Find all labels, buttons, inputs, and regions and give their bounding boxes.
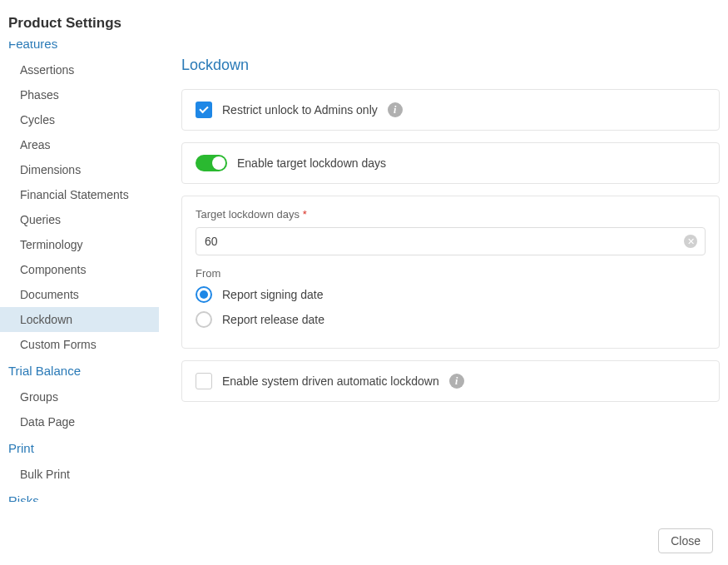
radio-report-release[interactable] — [196, 311, 212, 328]
sidebar-item[interactable]: Queries — [0, 207, 159, 232]
required-indicator: * — [303, 208, 307, 221]
enable-target-card: Enable target lockdown days — [181, 142, 720, 184]
auto-lockdown-card: Enable system driven automatic lockdown … — [181, 360, 720, 402]
sidebar-item[interactable]: Terminology — [0, 232, 159, 257]
main-title: Lockdown — [181, 57, 720, 74]
sidebar-item[interactable]: Cycles — [0, 107, 159, 132]
info-icon[interactable]: i — [388, 102, 403, 117]
from-label: From — [196, 267, 706, 280]
sidebar-item[interactable]: Phases — [0, 82, 159, 107]
radio-row-release: Report release date — [196, 311, 706, 328]
radio-report-signing[interactable] — [196, 286, 212, 303]
target-days-input[interactable] — [196, 227, 706, 255]
restrict-admins-checkbox[interactable] — [196, 102, 212, 118]
page-header: Product Settings — [0, 0, 728, 42]
sidebar-item[interactable]: Financial Statements — [0, 182, 159, 207]
sidebar-item[interactable]: Bulk Print — [0, 462, 159, 487]
sidebar-item[interactable]: Data Page — [0, 409, 159, 434]
target-days-input-wrap: ✕ — [196, 227, 706, 255]
sidebar[interactable]: FeaturesAssertionsPhasesCyclesAreasDimen… — [0, 42, 160, 517]
sidebar-item[interactable]: Lockdown — [0, 307, 159, 332]
auto-lockdown-label: Enable system driven automatic lockdown — [222, 374, 439, 388]
sidebar-item[interactable]: Components — [0, 257, 159, 282]
footer: Close — [0, 517, 728, 565]
content-area: FeaturesAssertionsPhasesCyclesAreasDimen… — [0, 42, 728, 517]
section-header[interactable]: Print — [0, 434, 159, 462]
radio-row-signing: Report signing date — [196, 286, 706, 303]
sidebar-item[interactable]: Documents — [0, 282, 159, 307]
section-header[interactable]: Risks — [0, 487, 159, 502]
main-panel: Lockdown Restrict unlock to Admins only … — [160, 42, 728, 517]
section-header[interactable]: Features — [0, 42, 159, 57]
sidebar-item[interactable]: Groups — [0, 384, 159, 409]
radio-release-label: Report release date — [222, 313, 324, 326]
page-header-title: Product Settings — [8, 15, 121, 31]
section-header[interactable]: Trial Balance — [0, 357, 159, 384]
auto-lockdown-checkbox[interactable] — [196, 373, 212, 389]
sidebar-item[interactable]: Dimensions — [0, 157, 159, 182]
enable-target-label: Enable target lockdown days — [237, 156, 386, 170]
sidebar-item[interactable]: Areas — [0, 132, 159, 157]
target-days-label: Target lockdown days * — [196, 208, 706, 221]
toggle-knob — [212, 156, 225, 170]
target-days-card: Target lockdown days * ✕ From Report sig… — [181, 196, 720, 349]
restrict-card: Restrict unlock to Admins only i — [181, 89, 720, 131]
clear-icon[interactable]: ✕ — [684, 235, 697, 248]
radio-dot — [200, 290, 208, 299]
check-icon — [199, 104, 208, 113]
radio-signing-label: Report signing date — [222, 288, 323, 301]
info-icon[interactable]: i — [449, 374, 464, 389]
restrict-admins-label: Restrict unlock to Admins only — [222, 103, 378, 116]
sidebar-item[interactable]: Custom Forms — [0, 332, 159, 357]
sidebar-item[interactable]: Assertions — [0, 57, 159, 82]
enable-target-toggle[interactable] — [196, 155, 227, 171]
close-button[interactable]: Close — [658, 528, 713, 553]
